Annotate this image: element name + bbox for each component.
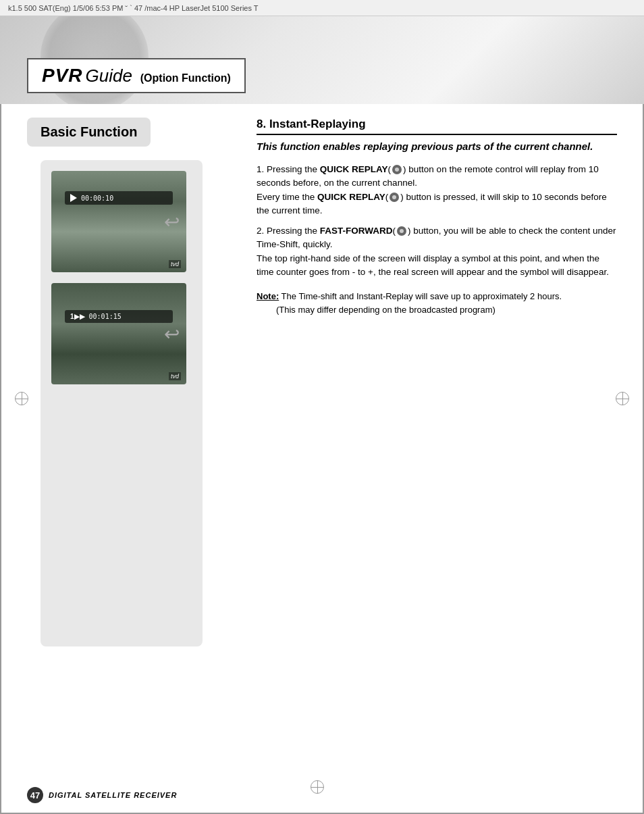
note-label: Note: [257, 291, 279, 301]
fast-forward-icon [397, 226, 406, 236]
reg-mark-left [15, 392, 28, 405]
main-content: Basic Function 00:00:10 ↩ tvd 1▶▶ [0, 104, 644, 660]
screen-image-2: 1▶▶ 00:01:15 ↩ tvd [51, 283, 186, 384]
screen2-arrow: ↩ [164, 323, 180, 345]
top-bar: k1.5 500 SAT(Eng) 1/5/06 5:53 PM ˘ ` 47 … [0, 0, 644, 16]
title-box: PVR Guide (Option Function) [27, 58, 246, 93]
quick-replay-icon-1 [392, 165, 402, 174]
screen1-arrow: ↩ [164, 211, 180, 233]
screen-image-1: 00:00:10 ↩ tvd [51, 171, 186, 272]
item-number-2: 2. [257, 226, 264, 236]
left-column: Basic Function 00:00:10 ↩ tvd 1▶▶ [27, 118, 236, 646]
ff-speed: 1▶▶ [70, 313, 85, 320]
quick-replay-icon-2 [390, 193, 399, 202]
screen-ui-bar-2: 1▶▶ 00:01:15 [65, 310, 173, 323]
screen1-time: 00:00:10 [81, 195, 113, 202]
top-bar-text: k1.5 500 SAT(Eng) 1/5/06 5:53 PM ˘ ` 47 … [8, 4, 259, 12]
page-number-badge: 47 [27, 787, 43, 803]
instruction-item-1: 1. Pressing the QUICK REPLAY() button on… [257, 163, 617, 218]
title-option-function: (Option Function) [140, 72, 231, 84]
screen1-logo: tvd [169, 260, 181, 268]
reg-mark-bottom [311, 780, 324, 794]
screen2-logo: tvd [169, 372, 181, 380]
reg-mark-right [616, 392, 629, 405]
note-text: The Time-shift and Instant-Replay will s… [257, 291, 562, 315]
footer: 47 DIGITAL SATELLITE RECEIVER [27, 787, 177, 803]
section-number: 8. Instant-Replaying [257, 118, 617, 135]
header-area: PVR Guide (Option Function) [0, 16, 644, 104]
note-section: Note: The Time-shift and Instant-Replay … [257, 290, 617, 316]
screen-overlay-1: 00:00:10 ↩ tvd [51, 171, 186, 272]
screens-container: 00:00:10 ↩ tvd 1▶▶ 00:01:15 ↩ tvd [41, 160, 203, 646]
instruction-item-2: 2. Pressing the FAST-FORWARD() button, y… [257, 224, 617, 279]
quick-replay-label-1: QUICK REPLAY [320, 164, 388, 174]
title-pvr: PVR [42, 65, 83, 86]
basic-function-heading: Basic Function [27, 118, 151, 147]
screen-overlay-2: 1▶▶ 00:01:15 ↩ tvd [51, 283, 186, 384]
item-number-1: 1. [257, 164, 264, 174]
screen2-time: 00:01:15 [89, 313, 122, 320]
fast-forward-label: FAST-FORWARD [320, 226, 393, 236]
section-subtitle: This function enables replaying previous… [257, 139, 617, 153]
screen-ui-bar-1: 00:00:10 [65, 191, 173, 205]
footer-text: DIGITAL SATELLITE RECEIVER [49, 791, 177, 799]
play-icon [70, 194, 77, 202]
quick-replay-label-2: QUICK REPLAY [317, 192, 385, 202]
right-column: 8. Instant-Replaying This function enabl… [236, 118, 617, 646]
title-guide: Guide [85, 66, 132, 86]
instruction-list: 1. Pressing the QUICK REPLAY() button on… [257, 163, 617, 279]
